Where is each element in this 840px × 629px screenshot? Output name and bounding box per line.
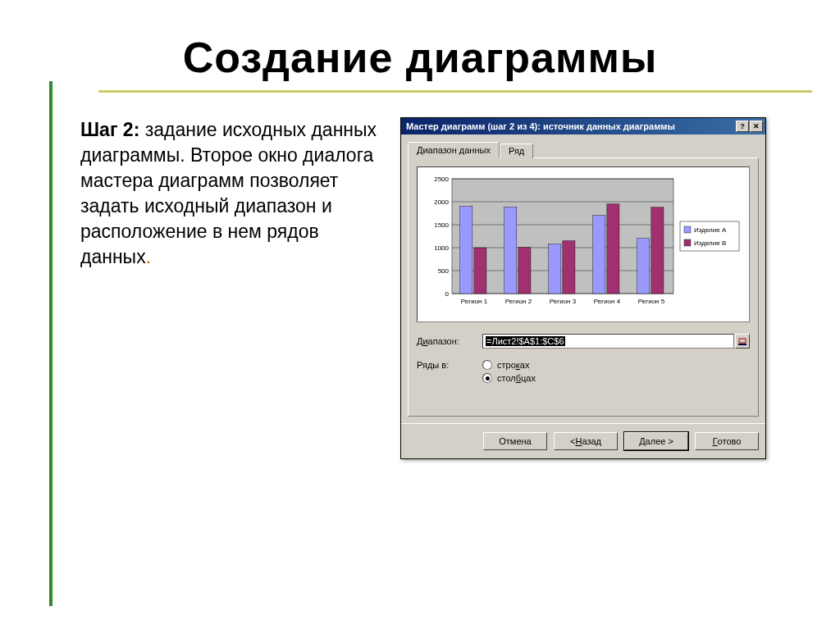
svg-text:Изделие B: Изделие B [694, 239, 726, 247]
next-button[interactable]: Далее > [624, 432, 688, 450]
period-accent: . [146, 246, 151, 267]
svg-text:2000: 2000 [434, 198, 449, 206]
radio-rows-label: строках [497, 360, 529, 370]
svg-rect-31 [684, 239, 691, 246]
svg-rect-19 [549, 244, 561, 294]
svg-text:Регион 2: Регион 2 [505, 298, 532, 305]
range-row: Диапазон: =Лист2!$A$1:$C$6 [417, 334, 750, 349]
chart-wizard-dialog: Мастер диаграмм (шаг 2 из 4): источник д… [400, 117, 766, 459]
svg-rect-17 [518, 247, 531, 294]
back-button[interactable]: < Назад [554, 432, 618, 450]
help-button[interactable]: ? [736, 121, 749, 132]
radio-rows[interactable]: строках [482, 360, 536, 370]
svg-text:1000: 1000 [434, 244, 449, 252]
titlebar-text: Мастер диаграмм (шаг 2 из 4): источник д… [406, 121, 736, 131]
svg-rect-26 [651, 207, 664, 294]
cancel-button[interactable]: Отмена [483, 432, 547, 450]
svg-rect-29 [684, 226, 691, 233]
svg-rect-33 [739, 339, 746, 343]
rows-in-label: Ряды в: [417, 360, 482, 370]
svg-rect-20 [563, 241, 575, 294]
radio-cols-input[interactable] [482, 373, 492, 383]
svg-text:2500: 2500 [434, 175, 449, 183]
range-input[interactable]: =Лист2!$A$1:$C$6 [482, 334, 734, 349]
svg-rect-16 [504, 207, 517, 294]
finish-button[interactable]: Готово [695, 432, 759, 450]
svg-text:Регион 5: Регион 5 [638, 298, 665, 305]
tab-data-range[interactable]: Диапазон данных [408, 142, 500, 158]
svg-text:1500: 1500 [434, 221, 449, 229]
close-button[interactable]: ✕ [750, 121, 763, 132]
svg-rect-14 [474, 248, 486, 294]
tab-series[interactable]: Ряд [500, 144, 533, 158]
svg-rect-22 [593, 216, 605, 294]
collapse-icon [737, 336, 747, 346]
dialog-button-row: Отмена < Назад Далее > Готово [401, 423, 765, 458]
chart-preview: 05001000150020002500Регион 1Регион 2Реги… [417, 166, 750, 322]
svg-text:0: 0 [445, 290, 450, 298]
tab-panel: 05001000150020002500Регион 1Регион 2Реги… [408, 157, 759, 417]
svg-text:Регион 3: Регион 3 [550, 298, 577, 305]
radio-cols[interactable]: столбцах [482, 373, 536, 383]
svg-rect-34 [738, 344, 746, 345]
titlebar[interactable]: Мастер диаграмм (шаг 2 из 4): источник д… [401, 118, 765, 134]
radio-rows-input[interactable] [482, 360, 492, 370]
svg-text:Регион 4: Регион 4 [594, 298, 621, 305]
svg-text:Регион 1: Регион 1 [461, 298, 488, 305]
step-description: Шаг 2: задание исходных данных диаграммы… [80, 117, 392, 459]
title-underline [98, 90, 812, 93]
svg-text:500: 500 [438, 267, 450, 275]
svg-text:Изделие A: Изделие A [694, 226, 727, 234]
radio-cols-label: столбцах [497, 373, 536, 383]
step-label: Шаг 2: [80, 119, 139, 140]
svg-rect-25 [637, 239, 650, 294]
svg-rect-23 [607, 204, 619, 294]
slide-title: Создание диаграммы [0, 0, 840, 90]
range-collapse-button[interactable] [735, 334, 750, 349]
svg-rect-13 [460, 207, 472, 294]
range-label: Диапазон: [417, 336, 482, 346]
step-body: задание исходных данных диаграммы. Второ… [80, 119, 377, 267]
vertical-accent [49, 81, 52, 606]
rows-in-row: Ряды в: строках столбцах [417, 360, 750, 383]
